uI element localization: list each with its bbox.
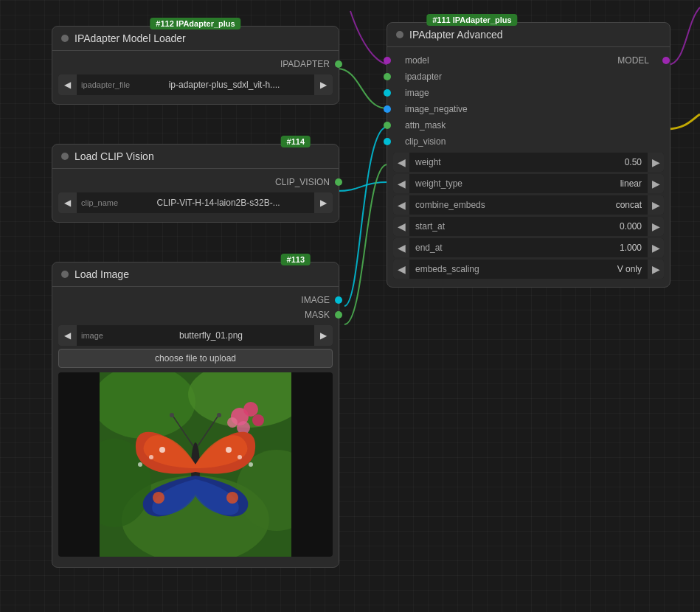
output-port-label: IPADAPTER (280, 59, 330, 69)
svg-point-13 (149, 455, 153, 459)
embeds-scaling-value: V only (611, 264, 648, 274)
svg-point-19 (226, 492, 238, 504)
combine-embeds-slider[interactable]: ◀ combine_embeds concat ▶ (393, 195, 664, 215)
widget-value: butterfly_01.png (108, 330, 314, 341)
combine-embeds-label: combine_embeds (409, 200, 610, 210)
widget-prev-btn[interactable]: ◀ (58, 74, 77, 95)
weight-prev-btn[interactable]: ◀ (393, 153, 409, 172)
end-at-prev-btn[interactable]: ◀ (393, 238, 409, 257)
combine-embeds-next-btn[interactable]: ▶ (648, 195, 664, 215)
clip-vision-output-dot[interactable] (335, 178, 342, 186)
model-output-dot[interactable] (662, 57, 670, 64)
ipadapter-file-widget[interactable]: ◀ ipadapter_file ip-adapter-plus_sdxl_vi… (58, 74, 333, 95)
clip-vision-port: clip_vision (387, 134, 609, 149)
butterfly-image (100, 372, 291, 557)
svg-point-23 (217, 413, 221, 417)
load-clip-vision-node: #114 Load CLIP Vision CLIP_VISION ◀ clip… (52, 144, 339, 223)
image-input-dot[interactable] (384, 89, 391, 97)
attn-mask-port: attn_mask (387, 118, 609, 133)
node-id-badge-113: #113 (281, 254, 311, 265)
node-title: IPAdapter Advanced (409, 29, 503, 41)
mask-output-label: MASK (305, 310, 330, 320)
ipadapter-label: ipadapter (405, 72, 442, 82)
node-title: Load CLIP Vision (74, 150, 154, 162)
mask-output-port-row: MASK (52, 307, 339, 322)
input-ports: model ipadapter image image_negative att… (387, 53, 609, 150)
widget-next-btn[interactable]: ▶ (314, 74, 333, 95)
end-at-next-btn[interactable]: ▶ (648, 238, 664, 257)
image-label: image (405, 88, 429, 98)
widget-next-btn[interactable]: ▶ (314, 325, 333, 346)
end-at-value: 1.000 (614, 243, 648, 253)
node-header: IPAdapter Advanced (387, 23, 670, 47)
weight-type-prev-btn[interactable]: ◀ (393, 174, 409, 193)
weight-slider[interactable]: ◀ weight 0.50 ▶ (393, 153, 664, 172)
start-at-slider[interactable]: ◀ start_at 0.000 ▶ (393, 217, 664, 236)
model-input-dot[interactable] (384, 57, 391, 64)
svg-point-14 (138, 462, 142, 467)
node-title: Load Image (74, 268, 129, 280)
svg-point-12 (159, 447, 165, 453)
node-header: Load Image (52, 262, 339, 287)
svg-point-18 (153, 492, 164, 504)
mask-output-dot[interactable] (335, 311, 342, 319)
attn-mask-label: attn_mask (405, 120, 446, 131)
weight-label: weight (409, 157, 619, 167)
image-output-port-row: IMAGE (52, 293, 339, 307)
widget-next-btn[interactable]: ▶ (314, 192, 333, 213)
ipadapter-port: ipadapter (387, 69, 609, 84)
image-output-dot[interactable] (335, 296, 342, 304)
node-status-dot (61, 35, 69, 42)
widget-label: ipadapter_file (77, 80, 134, 89)
image-negative-label: image_negative (405, 104, 468, 114)
ipadapter-input-dot[interactable] (384, 73, 391, 80)
clip-name-widget[interactable]: ◀ clip_name CLIP-ViT-H-14-laion2B-s32B-.… (58, 192, 333, 213)
widget-prev-btn[interactable]: ◀ (58, 325, 77, 346)
widget-value: ip-adapter-plus_sdxl_vit-h.... (134, 80, 314, 90)
svg-point-21 (170, 413, 174, 417)
ipadapter-model-loader-node: #112 IPAdapter_plus IPAdapter Model Load… (52, 26, 339, 105)
combine-embeds-value: concat (610, 200, 648, 210)
weight-type-slider[interactable]: ◀ weight_type linear ▶ (393, 174, 664, 193)
embeds-scaling-next-btn[interactable]: ▶ (648, 260, 664, 279)
svg-point-16 (238, 455, 242, 459)
ipadapter-output-dot[interactable] (335, 60, 342, 68)
widget-value: CLIP-ViT-H-14-laion2B-s32B-... (122, 198, 314, 208)
svg-point-10 (227, 417, 238, 428)
node-header: IPAdapter Model Loader (52, 27, 339, 51)
end-at-label: end_at (409, 243, 614, 253)
image-negative-dot[interactable] (384, 105, 391, 113)
embeds-scaling-slider[interactable]: ◀ embeds_scaling V only ▶ (393, 260, 664, 279)
start-at-prev-btn[interactable]: ◀ (393, 217, 409, 236)
output-port: MODEL (609, 53, 670, 68)
combine-embeds-prev-btn[interactable]: ◀ (393, 195, 409, 215)
embeds-scaling-prev-btn[interactable]: ◀ (393, 260, 409, 279)
load-image-node: #113 Load Image IMAGE MASK ◀ image butte… (52, 262, 339, 568)
node-id-badge-112: #112 IPAdapter_plus (150, 18, 240, 29)
node-status-dot (61, 271, 69, 278)
widget-label: clip_name (77, 198, 122, 207)
end-at-slider[interactable]: ◀ end_at 1.000 ▶ (393, 238, 664, 257)
clip-vision-dot[interactable] (384, 138, 391, 145)
node-id-badge-114: #114 (281, 136, 311, 147)
weight-type-value: linear (614, 178, 648, 189)
output-port-row: IPADAPTER (52, 57, 339, 72)
output-port-label: CLIP_VISION (275, 177, 330, 187)
weight-next-btn[interactable]: ▶ (648, 153, 664, 172)
start-at-next-btn[interactable]: ▶ (648, 217, 664, 236)
image-port: image (387, 86, 609, 100)
image-filename-widget[interactable]: ◀ image butterfly_01.png ▶ (58, 325, 333, 346)
node-body: CLIP_VISION ◀ clip_name CLIP-ViT-H-14-la… (52, 169, 339, 222)
ipadapter-advanced-node: #111 IPAdapter_plus IPAdapter Advanced m… (387, 22, 670, 288)
image-preview (58, 372, 333, 557)
widget-prev-btn[interactable]: ◀ (58, 192, 77, 213)
node-id-badge-111: #111 IPAdapter_plus (426, 14, 517, 26)
node-header: Load CLIP Vision (52, 145, 339, 169)
weight-type-next-btn[interactable]: ▶ (648, 174, 664, 193)
node-body: IMAGE MASK ◀ image butterfly_01.png ▶ ch… (52, 287, 339, 567)
upload-button[interactable]: choose file to upload (58, 349, 333, 368)
model-output-label: MODEL (617, 55, 649, 66)
svg-point-17 (249, 462, 253, 467)
svg-point-7 (243, 402, 258, 417)
attn-mask-dot[interactable] (384, 122, 391, 129)
